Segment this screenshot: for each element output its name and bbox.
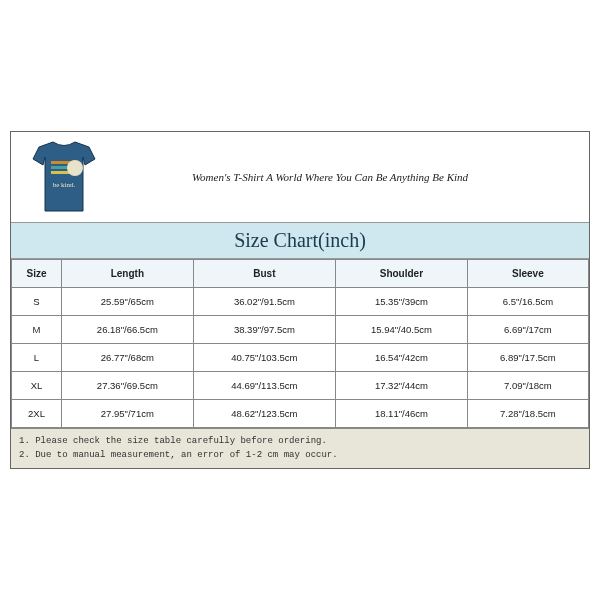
cell-shoulder: 18.11"/46cm (336, 400, 468, 428)
col-sleeve: Sleeve (467, 260, 588, 288)
table-row: L 26.77"/68cm 40.75"/103.5cm 16.54"/42cm… (12, 344, 589, 372)
cell-shoulder: 15.35"/39cm (336, 288, 468, 316)
cell-size: S (12, 288, 62, 316)
cell-length: 27.95"/71cm (61, 400, 193, 428)
cell-sleeve: 7.09"/18cm (467, 372, 588, 400)
cell-bust: 38.39"/97.5cm (193, 316, 335, 344)
cell-sleeve: 6.69"/17cm (467, 316, 588, 344)
cell-shoulder: 17.32"/44cm (336, 372, 468, 400)
header-row: be kind. Women's T-Shirt A World Where Y… (11, 132, 589, 222)
cell-size: L (12, 344, 62, 372)
table-row: XL 27.36"/69.5cm 44.69"/113.5cm 17.32"/4… (12, 372, 589, 400)
cell-length: 27.36"/69.5cm (61, 372, 193, 400)
cell-sleeve: 6.89"/17.5cm (467, 344, 588, 372)
cell-bust: 40.75"/103.5cm (193, 344, 335, 372)
col-shoulder: Shoulder (336, 260, 468, 288)
product-image: be kind. (19, 136, 109, 218)
svg-text:be kind.: be kind. (53, 181, 76, 189)
note-line-2: 2. Due to manual measurement, an error o… (19, 449, 581, 463)
table-row: S 25.59"/65cm 36.02"/91.5cm 15.35"/39cm … (12, 288, 589, 316)
cell-size: XL (12, 372, 62, 400)
cell-sleeve: 7.28"/18.5cm (467, 400, 588, 428)
cell-length: 26.18"/66.5cm (61, 316, 193, 344)
cell-bust: 36.02"/91.5cm (193, 288, 335, 316)
col-size: Size (12, 260, 62, 288)
cell-bust: 44.69"/113.5cm (193, 372, 335, 400)
note-line-1: 1. Please check the size table carefully… (19, 435, 581, 449)
cell-size: 2XL (12, 400, 62, 428)
product-title: Women's T-Shirt A World Where You Can Be… (109, 171, 581, 183)
col-bust: Bust (193, 260, 335, 288)
size-table: Size Length Bust Shoulder Sleeve S 25.59… (11, 259, 589, 428)
cell-size: M (12, 316, 62, 344)
cell-bust: 48.62"/123.5cm (193, 400, 335, 428)
tshirt-icon: be kind. (29, 139, 99, 215)
cell-shoulder: 15.94"/40.5cm (336, 316, 468, 344)
size-chart-sheet: be kind. Women's T-Shirt A World Where Y… (10, 131, 590, 469)
chart-title: Size Chart(inch) (11, 222, 589, 259)
cell-sleeve: 6.5"/16.5cm (467, 288, 588, 316)
cell-length: 25.59"/65cm (61, 288, 193, 316)
svg-point-3 (67, 160, 83, 176)
table-row: M 26.18"/66.5cm 38.39"/97.5cm 15.94"/40.… (12, 316, 589, 344)
notes-block: 1. Please check the size table carefully… (11, 428, 589, 468)
table-row: 2XL 27.95"/71cm 48.62"/123.5cm 18.11"/46… (12, 400, 589, 428)
col-length: Length (61, 260, 193, 288)
cell-shoulder: 16.54"/42cm (336, 344, 468, 372)
table-header-row: Size Length Bust Shoulder Sleeve (12, 260, 589, 288)
cell-length: 26.77"/68cm (61, 344, 193, 372)
